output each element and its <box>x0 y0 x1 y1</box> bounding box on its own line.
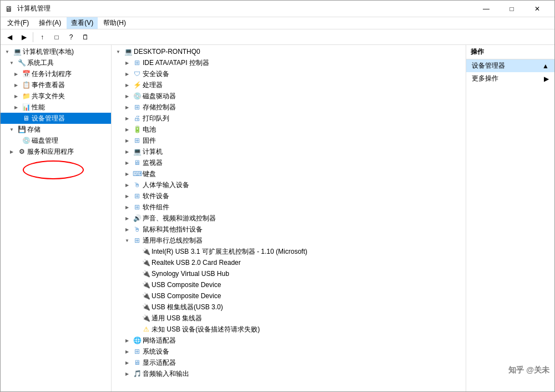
tree-item-hid[interactable]: ▶ 🖱 人体学输入设备 <box>112 179 466 190</box>
expand-icon: ▶ <box>123 81 132 89</box>
usb-icon: 🔌 <box>142 303 150 311</box>
up-button[interactable]: ↑ <box>36 31 49 43</box>
computer-icon2: 💻 <box>133 147 142 156</box>
action-label: 更多操作 <box>472 74 498 83</box>
menu-help[interactable]: 帮助(H) <box>99 17 130 29</box>
tree-item-usb-unknown[interactable]: ▶ ⚠ 未知 USB 设备(设备描述符请求失败) <box>112 324 466 335</box>
expand-icon: ▶ <box>123 347 132 356</box>
left-panel: ▼ 💻 计算机管理(本地) ▼ 🔧 系统工具 ▶ 📅 任务计划程序 ▶ 📋 <box>1 45 112 391</box>
tree-item-root[interactable]: ▼ 💻 计算机管理(本地) <box>1 46 111 57</box>
expand-icon: ▶ <box>123 169 132 178</box>
tree-item-software-component[interactable]: ▶ ⊞ 软件组件 <box>112 202 466 213</box>
expand-icon: ▶ <box>12 103 21 112</box>
expand-icon: ▶ <box>123 180 132 189</box>
menu-view[interactable]: 查看(V) <box>67 17 98 29</box>
tree-item-ide[interactable]: ▶ ⊞ IDE ATA/ATAPI 控制器 <box>112 57 466 68</box>
usb-warning-icon: ⚠ <box>142 325 150 334</box>
tree-item-device-manager[interactable]: ▶ 🖥 设备管理器 <box>1 113 111 124</box>
tree-label: 计算机 <box>143 147 163 157</box>
forward-button[interactable]: ▶ <box>17 31 31 43</box>
printer-icon: 🖨 <box>133 114 142 123</box>
chip-icon: ⊞ <box>133 58 142 67</box>
tree-item-keyboard[interactable]: ▶ ⌨ 键盘 <box>112 168 466 179</box>
usb-icon: 🔌 <box>142 292 150 300</box>
computer-icon: 💻 <box>124 47 133 56</box>
usb-icon: 🔌 <box>142 280 150 289</box>
watermark: 知乎 @关未 <box>508 365 549 375</box>
expand-icon: ▶ <box>12 69 21 78</box>
tree-item-usb-synology[interactable]: ▶ 🔌 Synology Virtual USB Hub <box>112 268 466 279</box>
expand-icon: ▶ <box>12 114 21 123</box>
tools-icon: 🔧 <box>17 58 26 67</box>
tree-label: 存储 <box>27 125 41 134</box>
tree-item-shared-folders[interactable]: ▶ 📁 共享文件夹 <box>1 91 111 102</box>
tree-item-usb-intel[interactable]: ▶ 🔌 Intel(R) USB 3.1 可扩展主机控制器 - 1.10 (Mi… <box>112 246 466 257</box>
tree-item-usb-composite-2[interactable]: ▶ 🔌 USB Composite Device <box>112 290 466 301</box>
menu-file[interactable]: 文件(F) <box>3 17 33 29</box>
tree-item-usb-root-hub[interactable]: ▶ 🔌 USB 根集线器(USB 3.0) <box>112 301 466 313</box>
tree-item-print-queue[interactable]: ▶ 🖨 打印队列 <box>112 113 466 124</box>
storage-ctrl-icon: ⊞ <box>133 103 142 112</box>
expand-icon: ▶ <box>12 92 21 100</box>
tree-item-system-device[interactable]: ▶ ⊞ 系统设备 <box>112 346 466 357</box>
tree-item-event-viewer[interactable]: ▶ 📋 事件查看器 <box>1 79 111 91</box>
tree-item-audio-io[interactable]: ▶ 🎵 音频输入和输出 <box>112 368 466 379</box>
computer-icon: 💻 <box>13 47 22 56</box>
tree-item-disk-management[interactable]: ▶ 💿 磁盘管理 <box>1 135 111 146</box>
tree-label: 磁盘管理 <box>32 136 58 145</box>
tree-root-computer[interactable]: ▼ 💻 DESKTOP-RONTHQ0 <box>112 46 466 57</box>
expand-icon: ▶ <box>123 192 132 200</box>
tree-label: 计算机管理(本地) <box>23 47 74 57</box>
expand-icon: ▶ <box>132 303 140 311</box>
tree-label: 性能 <box>32 103 45 112</box>
tree-item-storage[interactable]: ▼ 💾 存储 <box>1 124 111 135</box>
menu-action[interactable]: 操作(A) <box>34 17 65 29</box>
hid-icon: 🖱 <box>133 180 142 189</box>
tree-item-battery[interactable]: ▶ 🔋 电池 <box>112 124 466 135</box>
tree-label: 处理器 <box>143 81 163 90</box>
main-area: ▼ 💻 计算机管理(本地) ▼ 🔧 系统工具 ▶ 📅 任务计划程序 ▶ 📋 <box>1 45 554 391</box>
maximize-button[interactable]: □ <box>499 1 524 17</box>
services-icon: ⚙ <box>17 147 26 156</box>
action-item-more[interactable]: 更多操作 ▶ <box>466 72 554 85</box>
tree-label: 任务计划程序 <box>32 69 72 79</box>
tree-item-network[interactable]: ▶ 🌐 网络适配器 <box>112 335 466 346</box>
expand-icon: ▶ <box>132 247 140 256</box>
tree-item-disk-drive[interactable]: ▶ 💿 磁盘驱动器 <box>112 91 466 102</box>
tree-item-usb-hub[interactable]: ▶ 🔌 通用 USB 集线器 <box>112 313 466 324</box>
tree-item-security[interactable]: ▶ 🛡 安全设备 <box>112 68 466 79</box>
tree-item-software-device[interactable]: ▶ ⊞ 软件设备 <box>112 190 466 202</box>
app-icon: 🖥 <box>5 4 14 13</box>
tree-item-audio[interactable]: ▶ 🔊 声音、视频和游戏控制器 <box>112 213 466 224</box>
folder-icon: 📁 <box>22 92 31 100</box>
tree-label: 音频输入和输出 <box>143 369 189 379</box>
tree-item-storage-ctrl[interactable]: ▶ ⊞ 存储控制器 <box>112 102 466 113</box>
tree-item-services[interactable]: ▶ ⚙ 服务和应用程序 <box>1 146 111 157</box>
expand-icon: ▶ <box>123 136 132 145</box>
show-hide-button[interactable]: □ <box>50 31 63 43</box>
minimize-button[interactable]: — <box>473 1 499 17</box>
tree-item-performance[interactable]: ▶ 📊 性能 <box>1 102 111 113</box>
tree-item-usb-composite-1[interactable]: ▶ 🔌 USB Composite Device <box>112 279 466 290</box>
tree-item-processor[interactable]: ▶ ⚡ 处理器 <box>112 79 466 91</box>
extra-button[interactable]: 🗒 <box>79 31 92 43</box>
back-button[interactable]: ◀ <box>3 31 16 43</box>
tree-item-system-tools[interactable]: ▼ 🔧 系统工具 <box>1 57 111 68</box>
battery-icon: 🔋 <box>133 125 142 134</box>
expand-icon: ▼ <box>7 125 16 134</box>
tree-item-usb-realtek[interactable]: ▶ 🔌 Realtek USB 2.0 Card Reader <box>112 257 466 268</box>
expand-icon: ▶ <box>132 258 140 267</box>
toolbar-separator <box>33 32 33 42</box>
help-button[interactable]: ? <box>64 31 78 43</box>
tree-item-monitor[interactable]: ▶ 🖥 监视器 <box>112 157 466 168</box>
tree-item-firmware[interactable]: ▶ ⊞ 固件 <box>112 135 466 146</box>
tree-item-task-scheduler[interactable]: ▶ 📅 任务计划程序 <box>1 68 111 79</box>
action-item-device-manager[interactable]: 设备管理器 ▲ <box>466 59 554 72</box>
close-button[interactable]: ✕ <box>524 1 550 17</box>
monitor-icon: 🖥 <box>133 158 142 167</box>
tree-item-computer[interactable]: ▶ 💻 计算机 <box>112 146 466 157</box>
tree-item-mouse[interactable]: ▶ 🖱 鼠标和其他指针设备 <box>112 224 466 235</box>
tree-item-usb-controller[interactable]: ▼ ⊞ 通用串行总线控制器 <box>112 235 466 246</box>
expand-icon: ▶ <box>123 103 132 112</box>
tree-item-display[interactable]: ▶ 🖥 显示适配器 <box>112 357 466 368</box>
